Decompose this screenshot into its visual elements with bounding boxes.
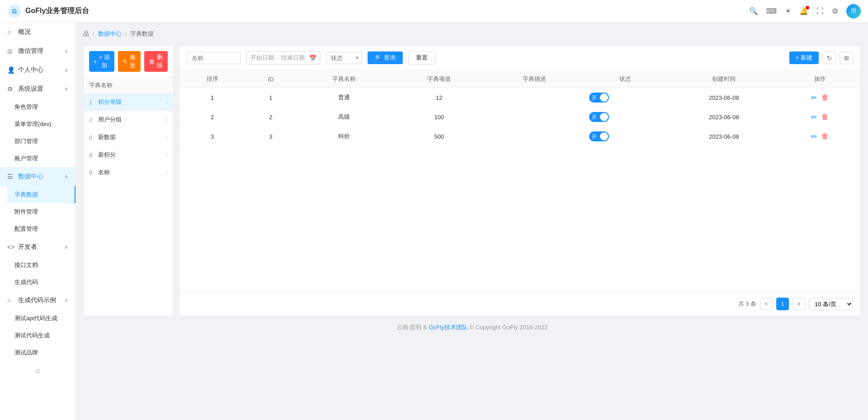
col-id: ID [245,70,296,88]
cell-value: 12 [392,88,487,107]
data-center-submenu: 字典数据 附件管理 配置管理 [0,186,75,238]
sidebar-item-dict-data[interactable]: 字典数据 [7,186,75,203]
row-edit-button[interactable]: ✏ [811,132,817,141]
dict-list-item[interactable]: 1 积分等级 › [84,93,173,111]
dict-name: 用户分组 [98,116,166,124]
sidebar-item-test-api[interactable]: 测试api代码生成 [7,310,75,327]
gen-code-example-submenu: 测试api代码生成 测试代码生成 测试品牌 [0,310,75,361]
sidebar-label-developer: 开发者 [18,243,37,251]
calendar-icon: 📅 [309,55,316,61]
sidebar-item-account[interactable]: 账户管理 [7,150,75,167]
sidebar-label-attachment: 附件管理 [14,208,38,216]
person-icon: 👤 [7,66,14,74]
row-delete-button[interactable]: 🗑 [821,132,829,140]
settings-icon[interactable]: ⚙ [832,7,838,15]
avatar[interactable]: 用 [846,4,861,19]
column-settings-button[interactable]: ⊞ [840,51,853,64]
translate-icon[interactable]: ⌨ [766,7,777,15]
dict-list-item[interactable]: 6 新数据 › [84,129,173,146]
sidebar-item-developer[interactable]: <> 开发者 ∧ [0,238,75,257]
sidebar-label-system: 系统设置 [18,85,43,93]
refresh-icon: ↻ [827,55,832,61]
sidebar-label-overview: 概况 [18,28,31,36]
sidebar-item-attachment[interactable]: 附件管理 [7,203,75,220]
dict-list-item[interactable]: 8 新积分 › [84,146,173,164]
toggle-knob [600,113,608,121]
row-edit-button[interactable]: ✏ [811,93,817,102]
column-icon: ⊞ [844,55,849,61]
dict-num: 1 [89,99,98,106]
refresh-button[interactable]: ↻ [822,51,836,64]
sidebar-item-system[interactable]: ⚙ 系统设置 ∧ [0,79,75,98]
gear-icon: ⚙ [7,85,14,93]
sidebar-item-dept[interactable]: 部门管理 [7,133,75,150]
sidebar-bottom: ≡ [0,361,75,382]
status-toggle[interactable]: 开 [589,131,609,141]
sidebar-item-data-center[interactable]: ☰ 数据中心 ∧ [0,167,75,186]
search-icon: 🔍 [375,55,382,61]
add-button[interactable]: + + 添加 [89,51,114,72]
cell-value: 500 [392,127,487,146]
notification-wrap[interactable]: 🔔 [799,7,808,15]
cell-value: 100 [392,107,487,127]
cell-created: 2023-06-08 [668,88,780,107]
chevron-right-icon: › [166,152,168,158]
content-area: + + 添加 ✎ 修改 🗑 删除 字典名称 [83,45,861,316]
page-1-button[interactable]: 1 [776,298,789,310]
toggle-knob [600,93,608,102]
breadcrumb: 品 / 数据中心 / 字典数据 [83,30,861,38]
cell-sort: 3 [179,127,245,146]
footer-text-suffix: © Copyright GoFly 2018-2023 [469,324,547,331]
next-page-button[interactable]: > [793,298,805,310]
cell-id: 1 [245,88,296,107]
cell-desc [487,88,582,107]
page-size-select[interactable]: 10 条/页 20 条/页 50 条/页 [809,298,853,310]
date-range-picker[interactable]: 开始日期 - 结束日期 📅 [246,51,321,65]
prev-page-button[interactable]: < [760,298,773,310]
sidebar-label-dept: 部门管理 [14,137,38,145]
fullscreen-icon[interactable]: ⛶ [816,7,824,15]
row-delete-button[interactable]: 🗑 [821,93,829,102]
dict-list-item[interactable]: 9 名称 › [84,164,173,182]
cell-sort: 2 [179,107,245,127]
status-toggle[interactable]: 开 [589,93,609,103]
sidebar-label-test-code: 测试代码生成 [14,331,50,340]
wechat-icon: ◎ [7,47,14,55]
row-edit-button[interactable]: ✏ [811,113,817,121]
cell-name: 高级 [296,107,392,127]
date-end-label: 结束日期 [281,54,305,62]
col-action: 操作 [780,70,860,88]
sidebar-item-wechat[interactable]: ◎ 微信管理 ∨ [0,42,75,61]
cell-id: 3 [245,127,296,146]
sidebar-item-personal[interactable]: 👤 个人中心 ∨ [0,61,75,79]
row-delete-button[interactable]: 🗑 [821,113,829,121]
breadcrumb-home[interactable]: 品 [83,30,89,38]
edit-button[interactable]: ✎ 修改 [118,51,141,72]
status-toggle[interactable]: 开 [589,112,609,122]
sidebar-item-test-brand[interactable]: 测试品牌 [7,344,75,361]
example-icon: ○ [7,297,14,304]
theme-icon[interactable]: ☀ [785,7,791,15]
sidebar-item-gen-code[interactable]: 生成代码 [7,274,75,291]
new-button[interactable]: + 新建 [789,51,819,64]
breadcrumb-sep1: / [93,31,94,37]
sidebar-item-menu-dev[interactable]: 菜单管理(dev) [7,116,75,133]
delete-button[interactable]: 🗑 删除 [144,51,168,72]
query-button[interactable]: 🔍 查询 [368,51,403,64]
search-icon[interactable]: 🔍 [749,7,758,15]
dict-list-item[interactable]: 2 用户分组 › [84,111,173,129]
plus-icon: + [94,58,97,65]
sidebar-item-test-code[interactable]: 测试代码生成 [7,327,75,344]
sidebar-item-gen-code-example[interactable]: ○ 生成代码示例 ∧ [0,291,75,310]
sidebar-item-overview[interactable]: ○ 概况 [0,23,75,42]
status-select[interactable]: 状态 开启 关闭 [326,52,362,64]
sidebar-item-api-doc[interactable]: 接口文档 [7,257,75,274]
reset-button[interactable]: 重置 [408,51,435,65]
chevron-right-icon: › [166,170,168,175]
sidebar-item-config[interactable]: 配置管理 [7,220,75,238]
sidebar-item-role[interactable]: 角色管理 [7,98,75,116]
table-container: 排序 ID 字典名称 字典项值 字典描述 状态 创建时间 操作 [179,70,860,292]
footer-link[interactable]: GoFly技术团队 [429,324,468,331]
name-filter-input[interactable] [187,52,241,64]
breadcrumb-data-center[interactable]: 数据中心 [98,30,122,38]
